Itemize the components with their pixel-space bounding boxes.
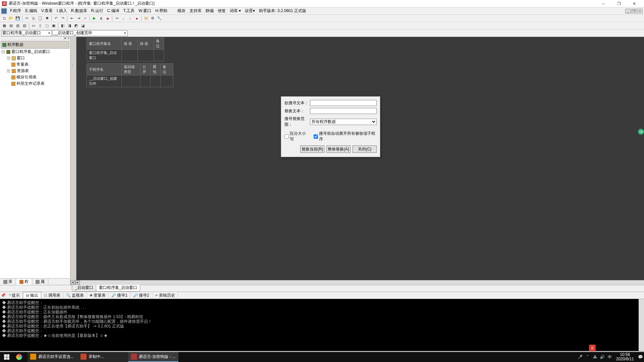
btab-output[interactable]: ▤输出 (23, 292, 41, 299)
table-row[interactable]: __启动窗口_创建完毕 (87, 75, 173, 87)
breakpoint-icon[interactable]: ● (134, 15, 140, 21)
tree-node-programset[interactable]: + 窗口程序集_启动窗口 (1, 49, 69, 55)
delete-icon[interactable]: ✖ (44, 15, 50, 21)
output-vscrollbar[interactable] (639, 299, 644, 351)
minimize-button[interactable]: ─ (596, 0, 611, 7)
stepin-icon[interactable]: ↓ (120, 15, 126, 21)
seg1-icon[interactable]: ▦ (1, 23, 7, 29)
seg6-icon[interactable]: ▯ (37, 23, 43, 29)
stop-icon[interactable]: ■ (105, 15, 111, 21)
menu-file[interactable]: F.程序 (8, 7, 23, 14)
replace-all-button[interactable]: 整体替换(A) (326, 145, 351, 153)
btab-clip[interactable]: ✂剪辑历史 (152, 292, 178, 299)
menu-dict[interactable]: 词库 ▾ (228, 7, 243, 14)
scroll-right-icon[interactable]: ▸ (75, 280, 80, 285)
menu-module[interactable]: 模块 (175, 7, 187, 14)
tree-root[interactable]: 程序数据 (1, 41, 69, 49)
sidebar-close-icon[interactable]: × (67, 37, 70, 40)
expand-icon[interactable]: + (7, 57, 10, 60)
stepover-icon[interactable]: ↪ (114, 15, 120, 21)
open-icon[interactable]: 📂 (8, 15, 14, 21)
seg10-icon[interactable]: ◨ (66, 23, 72, 29)
code-editor[interactable]: ↓ 窗口程序集名 保 留 保 留 备 注 窗口程序集_启动窗口 (70, 37, 644, 285)
menu-note[interactable]: 便签 (216, 7, 228, 14)
combo-subroutine[interactable]: __启动窗口_创建完毕▼ (52, 30, 127, 36)
tray-vol-icon[interactable]: 🔊 (599, 355, 606, 359)
new-icon[interactable]: 🗋 (1, 15, 7, 21)
tree-node-const[interactable]: 常量表 . (1, 61, 69, 68)
editor-tab-startwin[interactable]: _启动窗口 (72, 284, 96, 292)
btab-watch[interactable]: 🔍监视表 (63, 292, 87, 299)
tray-notif-icon[interactable]: 💬 (637, 355, 644, 359)
bottom-pin-icon[interactable]: 📌 (0, 293, 6, 298)
menu-window[interactable]: W.窗口 (137, 7, 153, 14)
save-icon[interactable]: 💾 (15, 15, 21, 21)
taskbar-app-3[interactable]: 易语言-加密狗版 - ... (128, 352, 178, 362)
stepout-icon[interactable]: ↑ (127, 15, 133, 21)
replace-one-button[interactable]: 替换当前(R) (300, 145, 324, 153)
tray-mic-icon[interactable]: 🎤 (577, 355, 584, 359)
run-icon[interactable]: ▶ (91, 15, 97, 21)
taskbar-clock[interactable]: 10:56 2020/6/11 (613, 353, 637, 361)
redo-icon[interactable]: ↷ (60, 15, 66, 21)
editor-hscrollbar[interactable]: ◂ ▸ (70, 280, 644, 285)
tree-node-external[interactable]: 外部文件记录表 (1, 80, 69, 87)
menu-insert[interactable]: I.插入 (55, 7, 69, 14)
ime-badge-icon[interactable]: S (589, 345, 596, 351)
case-checkbox[interactable] (284, 134, 289, 139)
assistant-badge-icon[interactable]: 18 (638, 129, 644, 135)
menu-support[interactable]: 支持库 (187, 7, 204, 14)
tray-ime-icon[interactable]: 中 (606, 354, 613, 360)
copy-icon[interactable]: ⎘ (31, 15, 37, 21)
table-row[interactable]: 窗口程序集_启动窗口 (87, 50, 164, 61)
close-button[interactable]: ✕ (627, 0, 642, 7)
sidebar-tab-prop[interactable]: 属 (32, 279, 48, 285)
seg5-icon[interactable]: ▭ (31, 23, 37, 29)
seg8-icon[interactable]: ▣ (51, 23, 57, 29)
seg7-icon[interactable]: ▢ (44, 23, 50, 29)
mdi-minimize[interactable]: _ (625, 9, 631, 13)
menu-edit[interactable]: E.编辑 (23, 7, 39, 14)
dialog-close-button[interactable]: 关闭(C) (353, 145, 377, 153)
scope-select[interactable]: 所有程序数据 (310, 119, 377, 125)
menu-settings[interactable]: 设置▾ (243, 7, 257, 14)
menu-tools[interactable]: T.工具 (121, 7, 137, 14)
cut-icon[interactable]: ✂ (24, 15, 30, 21)
sidebar-tab-lib[interactable]: 库 (0, 279, 16, 285)
expand-icon[interactable]: + (7, 69, 10, 72)
scroll-left-icon[interactable]: ◂ (70, 280, 75, 285)
indent-left-icon[interactable]: ⇤ (69, 15, 75, 21)
tool-a-icon[interactable]: ⚙ (150, 15, 156, 21)
menu-database[interactable]: R.数据库 (69, 7, 89, 14)
menu-compile[interactable]: C.编译 (105, 7, 121, 14)
replace-input[interactable] (310, 108, 377, 114)
seg12-icon[interactable]: ◪ (80, 23, 86, 29)
tree-node-moduleref[interactable]: 模块引用表 (1, 74, 69, 80)
mdi-restore[interactable]: ❐ (631, 9, 637, 13)
output-panel[interactable]: ◆ 易语言助手提醒您： ◆ 易语言助手提醒您：正在初始化插件系统 . . . ◆… (0, 299, 644, 351)
paste-icon[interactable]: 📋 (37, 15, 43, 21)
expand-icon[interactable]: + (2, 50, 5, 53)
menu-view[interactable]: V.查看 (39, 7, 55, 14)
taskbar-cortana-icon[interactable] (13, 352, 28, 362)
pause-icon[interactable]: ⏸ (98, 15, 104, 21)
indent-right-icon[interactable]: ⇥ (75, 15, 82, 21)
tray-up-icon[interactable]: ˄ (584, 355, 591, 359)
tree-node-window[interactable]: + 窗口 (1, 55, 69, 61)
seg4-icon[interactable]: ▧ (21, 23, 28, 29)
sidebar-pin-icon[interactable]: ▾ (63, 37, 67, 40)
btab-search1[interactable]: 🔎搜寻1 (109, 292, 130, 299)
menu-help[interactable]: H.帮助 (153, 7, 169, 14)
tool-b-icon[interactable]: 🔧 (156, 15, 162, 21)
combo-programset[interactable]: 窗口程序集_启动窗口▼ (1, 30, 52, 36)
undo-icon[interactable]: ↶ (53, 15, 59, 21)
btab-search2[interactable]: 🔎搜寻2 (130, 292, 152, 299)
editor-tab-programset[interactable]: 窗口程序集_启动窗口 (96, 284, 141, 292)
seg2-icon[interactable]: ▤ (8, 23, 14, 29)
case-checkbox-label[interactable]: 区分大小写 (284, 131, 309, 142)
menu-run[interactable]: R.运行 (89, 7, 105, 14)
start-button[interactable] (0, 352, 13, 362)
sidebar-tab-prog[interactable]: 程 (16, 279, 32, 285)
btab-var[interactable]: ✱变量表 (87, 292, 109, 299)
seg3-icon[interactable]: ▥ (15, 23, 21, 29)
